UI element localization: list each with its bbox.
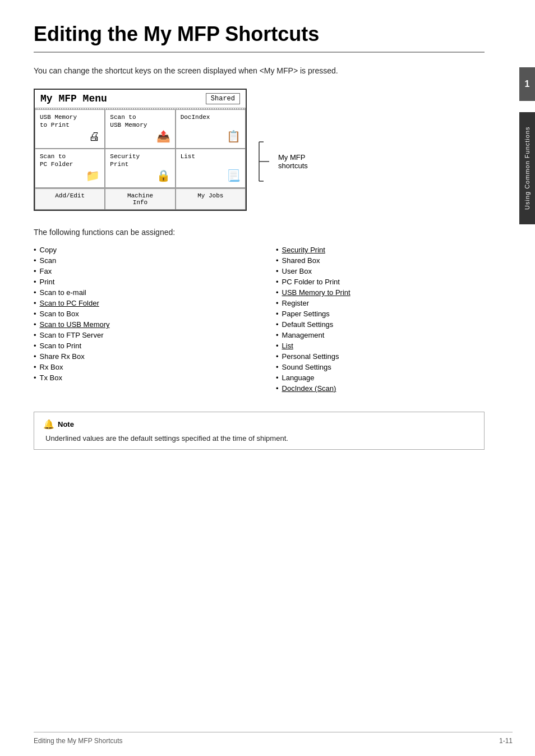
- func-paper-settings: Paper Settings: [276, 310, 485, 318]
- cell-text-2: Scan toUSB Memory: [110, 113, 147, 130]
- functions-left-col: Copy Scan Fax Print Scan to e-mail Scan …: [34, 246, 242, 395]
- chapter-number: 1: [525, 79, 530, 89]
- note-header: 🔔 Note: [43, 419, 475, 430]
- add-edit-button[interactable]: Add/Edit: [35, 188, 105, 210]
- note-icon: 🔔: [43, 419, 54, 430]
- menu-cell-list[interactable]: List 📃: [176, 149, 246, 188]
- func-language: Language: [276, 374, 485, 382]
- func-list[interactable]: List: [276, 342, 485, 350]
- my-jobs-label: My Jobs: [197, 192, 223, 199]
- my-mfp-label-line2: shortcuts: [278, 162, 308, 170]
- menu-bottom-bar: Add/Edit MachineInfo My Jobs: [35, 188, 246, 210]
- scan-pc-icon: 📁: [86, 169, 100, 184]
- func-management: Management: [276, 331, 485, 339]
- sidebar-label: Using Common Functions: [524, 127, 531, 210]
- func-print: Print: [34, 278, 242, 286]
- func-scan-pc-folder[interactable]: Scan to PC Folder: [34, 299, 242, 307]
- footer-left: Editing the My MFP Shortcuts: [34, 737, 123, 745]
- func-share-rx-box: Share Rx Box: [34, 352, 242, 361]
- func-register: Register: [276, 299, 485, 307]
- chapter-number-tab: 1: [519, 67, 535, 101]
- menu-cell-security-print[interactable]: SecurityPrint 🔒: [105, 149, 175, 188]
- func-scan-print: Scan to Print: [34, 342, 242, 350]
- brace-svg: [258, 139, 275, 184]
- func-default-settings: Default Settings: [276, 320, 485, 329]
- note-label: Note: [58, 420, 74, 428]
- cell-text-1: USB Memoryto Print: [40, 113, 77, 130]
- page-footer: Editing the My MFP Shortcuts 1-11: [34, 732, 513, 745]
- menu-cell-scan-pc[interactable]: Scan toPC Folder 📁: [35, 149, 105, 188]
- func-docindex-scan[interactable]: DocIndex (Scan): [276, 384, 485, 393]
- func-security-print[interactable]: Security Print: [276, 246, 485, 254]
- func-scan-email: Scan to e-mail: [34, 288, 242, 297]
- footer-right: 1-11: [499, 737, 513, 745]
- func-scan-box: Scan to Box: [34, 310, 242, 318]
- menu-title: My MFP Menu: [40, 93, 107, 104]
- diagram-label-container: My MFP shortcuts: [258, 89, 308, 184]
- func-shared-box: Shared Box: [276, 256, 485, 265]
- func-scan-usb[interactable]: Scan to USB Memory: [34, 320, 242, 329]
- cell-text-6: List: [181, 153, 195, 160]
- func-scan-ftp: Scan to FTP Server: [34, 331, 242, 339]
- func-personal-settings: Personal Settings: [276, 352, 485, 361]
- machine-info-button[interactable]: MachineInfo: [105, 188, 175, 210]
- cell-text-4: Scan toPC Folder: [40, 153, 73, 169]
- my-mfp-label-line1: My MFP: [278, 153, 308, 162]
- func-rx-box: Rx Box: [34, 363, 242, 371]
- menu-cell-usb-memory-print[interactable]: USB Memoryto Print 🖨: [35, 109, 105, 149]
- func-copy: Copy: [34, 246, 242, 254]
- main-content: Editing the My MFP Shortcuts You can cha…: [0, 0, 518, 486]
- machine-info-label: MachineInfo: [127, 192, 153, 206]
- diagram-container: My MFP Menu Shared USB Memoryto Print 🖨 …: [34, 89, 485, 211]
- cell-text-3: DocIndex: [181, 113, 210, 121]
- note-box: 🔔 Note Underlined values are the default…: [34, 412, 485, 450]
- func-fax: Fax: [34, 267, 242, 275]
- scan-usb-icon: 📤: [156, 130, 170, 145]
- func-user-box: User Box: [276, 267, 485, 275]
- func-usb-memory-print[interactable]: USB Memory to Print: [276, 288, 485, 297]
- functions-right-col: Security Print Shared Box User Box PC Fo…: [276, 246, 485, 395]
- func-tx-box: Tx Box: [34, 374, 242, 382]
- page-title: Editing the My MFP Shortcuts: [34, 22, 485, 53]
- cell-text-5: SecurityPrint: [110, 153, 140, 169]
- shared-badge: Shared: [206, 93, 240, 104]
- usb-print-icon: 🖨: [89, 130, 100, 145]
- intro-text: You can change the shortcut keys on the …: [34, 66, 485, 75]
- docindex-icon: 📋: [227, 130, 241, 145]
- functions-columns: Copy Scan Fax Print Scan to e-mail Scan …: [34, 246, 485, 395]
- menu-grid-top: USB Memoryto Print 🖨 Scan toUSB Memory 📤…: [35, 109, 246, 188]
- mfp-menu-diagram: My MFP Menu Shared USB Memoryto Print 🖨 …: [34, 89, 247, 211]
- add-edit-label: Add/Edit: [55, 192, 85, 199]
- func-scan: Scan: [34, 256, 242, 265]
- menu-cell-docindex[interactable]: DocIndex 📋: [176, 109, 246, 149]
- functions-heading: The following functions can be assigned:: [34, 228, 485, 237]
- menu-header: My MFP Menu Shared: [35, 90, 246, 108]
- func-pc-folder-print: PC Folder to Print: [276, 278, 485, 286]
- func-sound-settings: Sound Settings: [276, 363, 485, 371]
- list-icon: 📃: [227, 169, 241, 184]
- note-text: Underlined values are the default settin…: [43, 434, 475, 442]
- sidebar-tab: Using Common Functions: [519, 112, 535, 224]
- my-jobs-button[interactable]: My Jobs: [176, 188, 246, 210]
- menu-cell-scan-usb[interactable]: Scan toUSB Memory 📤: [105, 109, 175, 149]
- security-print-icon: 🔒: [156, 169, 170, 184]
